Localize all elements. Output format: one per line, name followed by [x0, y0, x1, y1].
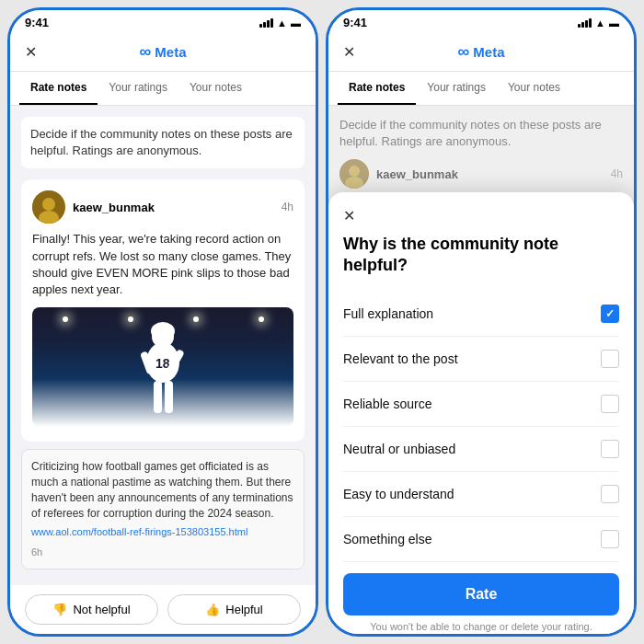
signal-icon: [259, 18, 273, 28]
checkbox-list: Full explanation Relevant to the post Re…: [343, 292, 619, 562]
helpful-button[interactable]: 👍 Helpful: [167, 594, 301, 625]
avatar-left: [32, 190, 65, 224]
meta-logo-right: ∞ Meta: [457, 42, 504, 62]
status-time-right: 9:41: [343, 16, 367, 29]
post-text-left: Finally! This year, we're taking record …: [32, 231, 293, 298]
checkbox-something-else[interactable]: Something else: [343, 517, 619, 562]
post-card-left: kaew_bunmak 4h Finally! This year, we're…: [21, 179, 305, 442]
modal-title: Why is the community note helpful?: [343, 234, 619, 277]
background-desc-text: Decide if the community notes on these p…: [339, 117, 623, 150]
post-username-left: kaew_bunmak: [73, 201, 155, 214]
not-helpful-label: Not helpful: [73, 603, 130, 616]
checkbox-label-reliable: Reliable source: [343, 397, 432, 411]
svg-point-12: [349, 166, 360, 177]
checkbox-relevant[interactable]: Relevant to the post: [343, 337, 619, 382]
status-bar-left: 9:41 ▲ ▬: [10, 10, 316, 33]
right-phone: 9:41 ▲ ▬ ✕ ∞ Meta Rate notes Your rating…: [326, 7, 637, 637]
light-4: [259, 316, 264, 322]
checkbox-easy[interactable]: Easy to understand: [343, 472, 619, 517]
background-avatar: [339, 159, 369, 189]
checkbox-neutral[interactable]: Neutral or unbiased: [343, 427, 619, 472]
svg-rect-8: [165, 381, 173, 413]
close-button-left[interactable]: ✕: [25, 43, 37, 61]
background-username: kaew_bunmak: [376, 167, 458, 181]
tab-rate-notes-left[interactable]: Rate notes: [19, 72, 98, 105]
status-time-left: 9:41: [25, 16, 49, 29]
checkbox-box-full-explanation: [601, 305, 619, 323]
rate-button[interactable]: Rate: [343, 573, 619, 615]
background-post-header: kaew_bunmak 4h: [339, 159, 623, 189]
checkbox-label-easy: Easy to understand: [343, 487, 454, 501]
content-left: Decide if the community notes on these p…: [10, 106, 316, 585]
tab-your-ratings-right[interactable]: Your ratings: [416, 72, 497, 105]
meta-symbol-left: ∞: [139, 42, 151, 62]
helpful-label: Helpful: [225, 603, 262, 616]
meta-symbol-right: ∞: [457, 42, 469, 62]
signal-icon-right: [578, 18, 592, 28]
thumbs-up-icon: 👍: [205, 603, 220, 616]
checkbox-label-full-explanation: Full explanation: [343, 306, 433, 321]
action-bar-left: 👎 Not helpful 👍 Helpful: [10, 585, 316, 634]
rate-note: You won't be able to change or delete yo…: [343, 621, 619, 632]
battery-icon: ▬: [291, 17, 301, 29]
tab-rate-notes-right[interactable]: Rate notes: [338, 72, 416, 105]
tab-your-ratings-left[interactable]: Your ratings: [98, 72, 178, 105]
player-silhouette: 18: [126, 316, 200, 427]
modal-sheet: ✕ Why is the community note helpful? Ful…: [328, 192, 634, 634]
background-time: 4h: [611, 167, 623, 180]
light-1: [63, 316, 68, 322]
note-link-left[interactable]: www.aol.com/football-ref-firings-1538031…: [31, 526, 294, 537]
tab-your-notes-left[interactable]: Your notes: [178, 72, 253, 105]
background-description: Decide if the community notes on these p…: [328, 106, 634, 200]
meta-text-right: Meta: [473, 44, 504, 60]
not-helpful-button[interactable]: 👎 Not helpful: [25, 594, 158, 625]
post-image-left: 18: [32, 307, 293, 427]
checkbox-box-relevant: [601, 350, 619, 368]
meta-logo-left: ∞ Meta: [139, 42, 186, 62]
description-left: Decide if the community notes on these p…: [21, 117, 305, 168]
tab-your-notes-right[interactable]: Your notes: [497, 72, 571, 105]
svg-point-1: [42, 198, 55, 211]
nav-bar-right: ✕ ∞ Meta: [328, 33, 634, 72]
tabs-right: Rate notes Your ratings Your notes: [328, 72, 634, 106]
wifi-icon-right: ▲: [595, 17, 605, 29]
post-header-left: kaew_bunmak 4h: [32, 190, 293, 224]
svg-point-5: [151, 322, 175, 340]
checkbox-reliable[interactable]: Reliable source: [343, 382, 619, 427]
checkbox-box-something-else: [601, 530, 619, 548]
content-right: Decide if the community notes on these p…: [328, 106, 634, 634]
checkbox-label-neutral: Neutral or unbiased: [343, 442, 455, 456]
wifi-icon: ▲: [277, 17, 287, 29]
checkbox-full-explanation[interactable]: Full explanation: [343, 292, 619, 337]
checkbox-box-easy: [601, 485, 619, 503]
left-phone: 9:41 ▲ ▬ ✕ ∞ Meta Rate notes Your rating…: [7, 7, 318, 637]
note-time-left: 6h: [31, 546, 42, 558]
status-icons-left: ▲ ▬: [259, 17, 301, 29]
checkbox-box-reliable: [601, 395, 619, 413]
thumbs-down-icon: 👎: [52, 603, 67, 616]
tabs-left: Rate notes Your ratings Your notes: [10, 72, 316, 106]
post-time-left: 4h: [282, 201, 293, 213]
status-icons-right: ▲ ▬: [578, 17, 619, 29]
close-button-right[interactable]: ✕: [343, 43, 355, 61]
modal-close-button[interactable]: ✕: [343, 207, 365, 224]
status-bar-right: 9:41 ▲ ▬: [328, 10, 634, 33]
community-note-left: Criticizing how football games get offic…: [21, 449, 305, 569]
checkbox-box-neutral: [601, 440, 619, 458]
battery-icon-right: ▬: [609, 17, 619, 29]
svg-rect-7: [154, 381, 162, 413]
checkbox-label-something-else: Something else: [343, 532, 432, 546]
checkbox-label-relevant: Relevant to the post: [343, 351, 458, 366]
note-text-left: Criticizing how football games get offic…: [31, 459, 294, 521]
nav-bar-left: ✕ ∞ Meta: [10, 33, 316, 72]
meta-text-left: Meta: [155, 44, 186, 60]
